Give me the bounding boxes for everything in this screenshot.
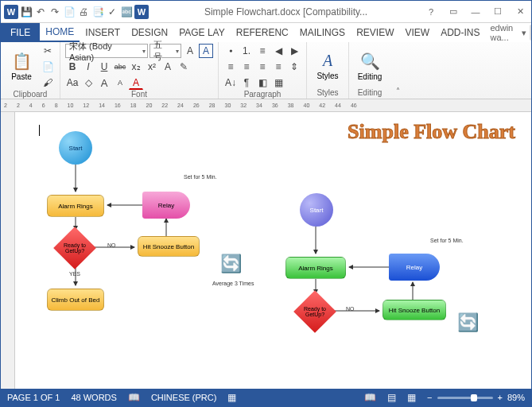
- ribbon: 📋 Paste ✂ 📄 🖌 Clipboard 宋体 (Body Asian) …: [1, 42, 531, 99]
- line-spacing-icon[interactable]: ⇕: [287, 60, 301, 74]
- styles-label: Styles: [316, 72, 338, 80]
- user-account[interactable]: edwin wa... ▾: [485, 23, 532, 42]
- quick-access-toolbar: W 💾 ↶ ↷ 📄 🖨 📑 ✓ 🔤 W: [1, 5, 152, 19]
- find-icon: 🔍: [360, 52, 380, 71]
- tab-page-layout[interactable]: PAGE LAY: [173, 23, 231, 42]
- align-center-icon[interactable]: ≡: [239, 60, 254, 74]
- font-grow-icon[interactable]: A: [97, 76, 111, 90]
- chevron-down-icon: ▾: [522, 28, 526, 38]
- align-right-icon[interactable]: ≡: [255, 60, 270, 74]
- ribbon-options-icon[interactable]: ▭: [442, 1, 464, 23]
- zoom-in-button[interactable]: +: [498, 393, 503, 402]
- file-tab[interactable]: FILE: [1, 23, 40, 42]
- horizontal-ruler[interactable]: 2246810121416182022242628303234363840424…: [1, 99, 531, 112]
- vertical-ruler[interactable]: [1, 112, 15, 389]
- highlight-icon[interactable]: ✎: [177, 60, 191, 74]
- editing-button[interactable]: 🔍 Editing: [354, 44, 386, 88]
- pilcrow-icon[interactable]: ¶: [239, 76, 254, 90]
- font-size-combo[interactable]: 五号: [150, 44, 181, 58]
- italic-button[interactable]: I: [81, 60, 95, 74]
- qat-icon[interactable]: 🔤: [120, 6, 133, 18]
- undo-icon[interactable]: ↶: [34, 6, 47, 18]
- underline-button[interactable]: U: [97, 60, 111, 74]
- flowchart-label: NO: [107, 242, 116, 248]
- grow-font-icon[interactable]: A: [183, 44, 197, 58]
- zoom-level[interactable]: 89%: [507, 393, 525, 402]
- flowchart-label: YES: [69, 271, 80, 277]
- paste-label: Paste: [11, 72, 32, 81]
- cut-icon[interactable]: ✂: [41, 44, 55, 58]
- zoom-slider[interactable]: [437, 397, 493, 399]
- redo-icon[interactable]: ↷: [49, 6, 61, 18]
- maximize-icon[interactable]: ☐: [487, 1, 509, 23]
- macro-icon[interactable]: ▦: [227, 392, 236, 403]
- strike-button[interactable]: abc: [113, 60, 127, 74]
- qat-icon[interactable]: 📄: [63, 6, 76, 18]
- bold-button[interactable]: B: [65, 60, 80, 74]
- collapse-ribbon-icon[interactable]: ˄: [390, 42, 405, 99]
- editing-label: Editing: [358, 72, 382, 81]
- word-doc-icon: W: [134, 5, 149, 19]
- qat-icon[interactable]: ✓: [106, 6, 118, 18]
- multilevel-icon[interactable]: ≡: [255, 44, 270, 58]
- flowchart-process: Hit Snooze Button: [382, 300, 446, 320]
- indent-icon[interactable]: ▶: [287, 44, 301, 58]
- dedent-icon[interactable]: ◀: [271, 44, 285, 58]
- tab-references[interactable]: REFERENC: [231, 23, 294, 42]
- qat-icon[interactable]: 🖨: [77, 6, 90, 18]
- save-icon[interactable]: 💾: [20, 6, 33, 18]
- flowchart-annotation: Set for 5 Min.: [184, 174, 217, 180]
- sort-icon[interactable]: A↓: [223, 76, 238, 90]
- flowchart-decision: Ready to GetUp?: [53, 227, 96, 269]
- read-mode-icon[interactable]: 📖: [364, 392, 376, 403]
- zoom-out-button[interactable]: −: [427, 393, 432, 402]
- flowchart-start: Start: [59, 131, 92, 165]
- shading-icon[interactable]: ◧: [255, 76, 270, 90]
- flowchart-process: Alarm Rings: [47, 195, 104, 217]
- help-icon[interactable]: ?: [420, 1, 442, 23]
- font-shrink-icon[interactable]: A: [113, 76, 127, 90]
- paste-button[interactable]: 📋 Paste: [6, 44, 37, 88]
- group-label: Font: [65, 90, 213, 99]
- tab-insert[interactable]: INSERT: [80, 23, 126, 42]
- group-paragraph: ⦁ 1. ≡ ◀ ▶ ≡ ≡ ≡ ≡ ⇕ A↓ ¶ ◧ ▦ Paragraph: [219, 42, 307, 99]
- tab-home[interactable]: HOME: [40, 23, 80, 42]
- minimize-icon[interactable]: —: [464, 1, 487, 23]
- cycle-icon: 🔄: [457, 312, 479, 333]
- web-layout-icon[interactable]: ▦: [407, 392, 416, 403]
- spellcheck-icon[interactable]: 📖: [128, 392, 140, 403]
- print-layout-icon[interactable]: ▤: [387, 392, 396, 403]
- flowchart-process: Hit Snooze Button: [138, 236, 200, 257]
- clear-format-icon[interactable]: ◇: [81, 76, 95, 90]
- tab-view[interactable]: VIEW: [399, 23, 435, 42]
- justify-icon[interactable]: ≡: [271, 60, 285, 74]
- tab-addins[interactable]: ADD-INS: [435, 23, 485, 42]
- document-page[interactable]: Simple Flow Chart Start Alarm Rings Rela…: [15, 112, 531, 389]
- status-page[interactable]: PAGE 1 OF 1: [7, 393, 60, 402]
- tab-review[interactable]: REVIEW: [351, 23, 399, 42]
- flowchart-relay: Relay: [142, 192, 190, 219]
- window-title: Simple Flowchart.docx [Compatibility...: [152, 6, 420, 17]
- qat-icon[interactable]: 📑: [91, 6, 104, 18]
- group-editing: 🔍 Editing Editing: [349, 42, 390, 99]
- font-family-combo[interactable]: 宋体 (Body Asian): [65, 44, 148, 58]
- borders-icon[interactable]: ▦: [271, 76, 285, 90]
- flowchart-annotation: Set for 5 Min.: [430, 238, 464, 243]
- format-painter-icon[interactable]: 🖌: [41, 76, 55, 90]
- tab-mailings[interactable]: MAILINGS: [294, 23, 351, 42]
- subscript-button[interactable]: x₂: [129, 60, 143, 74]
- change-case-icon[interactable]: Aa: [65, 76, 80, 90]
- close-icon[interactable]: ✕: [509, 1, 531, 23]
- status-words[interactable]: 48 WORDS: [71, 393, 116, 402]
- shrink-font-icon[interactable]: A: [199, 44, 213, 58]
- status-language[interactable]: CHINESE (PRC): [151, 393, 217, 402]
- bullets-icon[interactable]: ⦁: [223, 44, 238, 58]
- flowchart-process: Alarm Rings: [285, 257, 346, 279]
- group-font: 宋体 (Body Asian) 五号 A A B I U abc x₂ x² A…: [60, 42, 219, 99]
- ribbon-tabs: FILE HOME INSERT DESIGN PAGE LAY REFEREN…: [1, 23, 531, 42]
- copy-icon[interactable]: 📄: [41, 60, 55, 74]
- align-left-icon[interactable]: ≡: [223, 60, 238, 74]
- styles-button[interactable]: A Styles: [312, 44, 344, 88]
- numbering-icon[interactable]: 1.: [239, 44, 254, 58]
- font-color-icon[interactable]: A: [129, 76, 143, 90]
